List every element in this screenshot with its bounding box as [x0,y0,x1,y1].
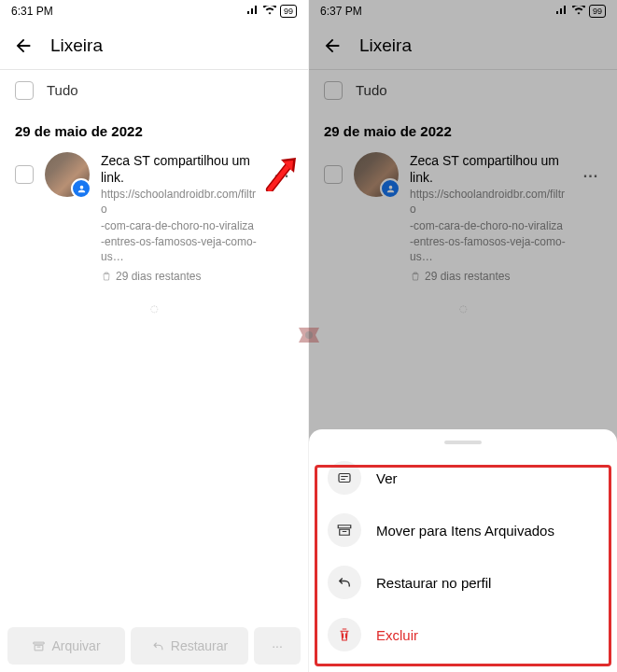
item-remaining: 29 dias restantes [101,270,259,283]
sheet-handle[interactable] [444,441,482,444]
sheet-view-label: Ver [376,470,398,486]
sheet-delete[interactable]: Excluir [309,609,617,661]
bottom-toolbar: Arquivar Restaurar ··· [7,627,301,665]
item-link-line2: -com-cara-de-choro-no-viraliza [101,219,259,234]
phone-screen-left: 6:31 PM 99 Lixeira Tudo 29 de maio de 20… [0,0,308,672]
signal-icon [246,5,259,18]
archive-icon [32,639,46,653]
archive-icon [328,513,361,547]
watermark-logo [295,322,323,350]
restore-button[interactable]: Restaurar [131,627,248,665]
svg-rect-1 [339,474,350,483]
item-title: Zeca ST compartilhou um link. [101,152,259,186]
status-time: 6:31 PM [11,5,53,18]
trash-item: Zeca ST compartilhou um link. https://sc… [0,147,308,288]
item-link-line3: -entres-os-famosos-veja-como-us… [101,235,259,264]
wifi-icon [263,5,276,18]
undo-icon [328,566,361,599]
select-all-label: Tudo [47,82,78,98]
battery-icon: 99 [280,5,297,18]
sheet-view[interactable]: Ver [309,452,617,504]
link-badge-icon [71,178,91,199]
page-header: Lixeira [0,22,308,69]
sheet-archive-label: Mover para Itens Arquivados [376,523,554,539]
action-sheet: Ver Mover para Itens Arquivados Restaura… [309,429,617,672]
trash-icon [101,271,112,282]
archive-button[interactable]: Arquivar [7,627,125,665]
sheet-delete-label: Excluir [376,627,418,643]
select-all-row[interactable]: Tudo [0,69,308,110]
svg-point-0 [305,331,313,339]
select-all-checkbox[interactable] [15,81,34,100]
phone-screen-right: 6:37 PM 99 Lixeira Tudo 29 de maio de 20… [309,0,617,672]
sheet-restore-label: Restaurar no perfil [376,575,491,591]
back-button[interactable] [13,35,34,56]
loading-indicator: ◌ [0,288,308,329]
sheet-archive[interactable]: Mover para Itens Arquivados [309,504,617,556]
item-body[interactable]: Zeca ST compartilhou um link. https://sc… [101,152,259,283]
item-avatar[interactable] [45,152,90,197]
page-title: Lixeira [50,35,103,56]
more-actions-button[interactable]: ··· [254,627,301,665]
delete-icon [328,618,361,651]
annotation-arrow [264,154,301,191]
status-icons: 99 [246,5,297,18]
status-bar: 6:31 PM 99 [0,0,308,22]
sheet-restore[interactable]: Restaurar no perfil [309,556,617,609]
view-icon [328,461,361,495]
undo-icon [151,639,165,653]
item-checkbox[interactable] [15,165,34,184]
item-link-line1: https://schoolandroidbr.com/filtro [101,188,259,217]
date-header: 29 de maio de 2022 [0,110,308,147]
